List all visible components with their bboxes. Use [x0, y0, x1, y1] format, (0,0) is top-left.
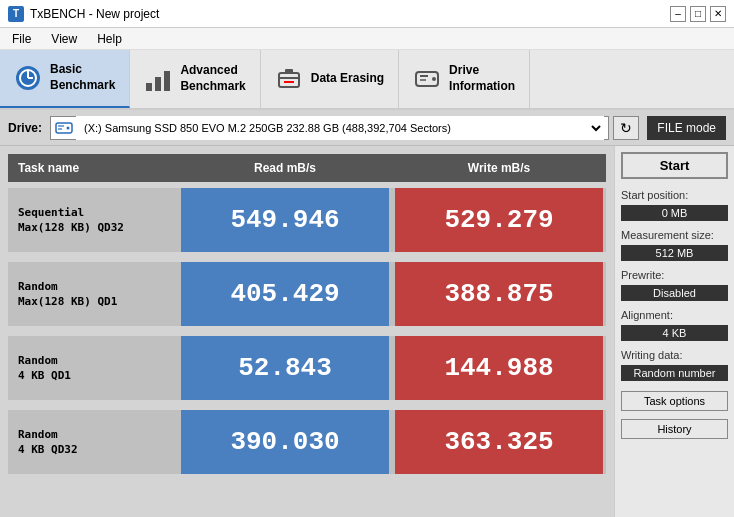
data-erasing-icon	[275, 65, 303, 93]
writing-data-label: Writing data:	[621, 349, 728, 361]
write-value-0: 529.279	[395, 188, 603, 252]
close-button[interactable]: ✕	[710, 6, 726, 22]
prewrite-label: Prewrite:	[621, 269, 728, 281]
tab-advanced-benchmark[interactable]: Advanced Benchmark	[130, 50, 260, 108]
write-value-1: 388.875	[395, 262, 603, 326]
write-value-2: 144.988	[395, 336, 603, 400]
table-row: RandomMax(128 KB) QD1 405.429 388.875	[8, 262, 606, 326]
main-area: Task name Read mB/s Write mB/s Sequentia…	[0, 146, 734, 517]
read-value-3: 390.030	[181, 410, 389, 474]
window-title: TxBENCH - New project	[30, 7, 159, 21]
tab-drive-information[interactable]: Drive Information	[399, 50, 530, 108]
read-value-2: 52.843	[181, 336, 389, 400]
header-write: Write mB/s	[392, 161, 606, 175]
drive-information-label: Drive Information	[449, 63, 515, 94]
alignment-label: Alignment:	[621, 309, 728, 321]
prewrite-value: Disabled	[621, 285, 728, 301]
header-read: Read mB/s	[178, 161, 392, 175]
start-position-value: 0 MB	[621, 205, 728, 221]
table-header: Task name Read mB/s Write mB/s	[8, 154, 606, 182]
svg-rect-4	[146, 83, 152, 91]
svg-rect-7	[279, 73, 299, 87]
file-mode-button[interactable]: FILE mode	[647, 116, 726, 140]
titlebar: T TxBENCH - New project – □ ✕	[0, 0, 734, 28]
app-icon: T	[8, 6, 24, 22]
menu-help[interactable]: Help	[93, 30, 126, 48]
svg-rect-6	[164, 71, 170, 91]
menubar: File View Help	[0, 28, 734, 50]
task-name-0: SequentialMax(128 KB) QD32	[8, 201, 178, 240]
measurement-size-value: 512 MB	[621, 245, 728, 261]
maximize-button[interactable]: □	[690, 6, 706, 22]
titlebar-left: T TxBENCH - New project	[8, 6, 159, 22]
task-name-1: RandomMax(128 KB) QD1	[8, 275, 178, 314]
table-row: Random4 KB QD1 52.843 144.988	[8, 336, 606, 400]
task-name-2: Random4 KB QD1	[8, 349, 178, 388]
drive-select-icon	[55, 120, 73, 136]
drive-select[interactable]: (X:) Samsung SSD 850 EVO M.2 250GB 232.8…	[76, 116, 604, 140]
menu-file[interactable]: File	[8, 30, 35, 48]
table-row: SequentialMax(128 KB) QD32 549.946 529.2…	[8, 188, 606, 252]
history-button[interactable]: History	[621, 419, 728, 439]
alignment-value: 4 KB	[621, 325, 728, 341]
advanced-benchmark-icon	[144, 65, 172, 93]
task-name-3: Random4 KB QD32	[8, 423, 178, 462]
svg-rect-9	[285, 69, 293, 73]
header-task: Task name	[8, 161, 178, 175]
basic-benchmark-label: Basic Benchmark	[50, 62, 115, 93]
advanced-benchmark-label: Advanced Benchmark	[180, 63, 245, 94]
basic-benchmark-icon	[14, 64, 42, 92]
writing-data-value: Random number	[621, 365, 728, 381]
results-panel: Task name Read mB/s Write mB/s Sequentia…	[0, 146, 614, 517]
drive-refresh-button[interactable]: ↻	[613, 116, 639, 140]
drive-label: Drive:	[8, 121, 42, 135]
svg-rect-15	[56, 123, 72, 133]
read-value-0: 549.946	[181, 188, 389, 252]
tab-data-erasing[interactable]: Data Erasing	[261, 50, 399, 108]
svg-rect-5	[155, 77, 161, 91]
svg-point-12	[432, 77, 436, 81]
right-panel: Start Start position: 0 MB Measurement s…	[614, 146, 734, 517]
data-erasing-label: Data Erasing	[311, 71, 384, 87]
write-value-3: 363.325	[395, 410, 603, 474]
task-options-button[interactable]: Task options	[621, 391, 728, 411]
toolbar: Basic Benchmark Advanced Benchmark	[0, 50, 734, 110]
tab-basic-benchmark[interactable]: Basic Benchmark	[0, 50, 130, 108]
table-row: Random4 KB QD32 390.030 363.325	[8, 410, 606, 474]
titlebar-controls: – □ ✕	[670, 6, 726, 22]
minimize-button[interactable]: –	[670, 6, 686, 22]
drive-bar: Drive: (X:) Samsung SSD 850 EVO M.2 250G…	[0, 110, 734, 146]
menu-view[interactable]: View	[47, 30, 81, 48]
measurement-size-label: Measurement size:	[621, 229, 728, 241]
svg-point-16	[67, 126, 70, 129]
start-position-label: Start position:	[621, 189, 728, 201]
read-value-1: 405.429	[181, 262, 389, 326]
start-button[interactable]: Start	[621, 152, 728, 179]
drive-information-icon	[413, 65, 441, 93]
